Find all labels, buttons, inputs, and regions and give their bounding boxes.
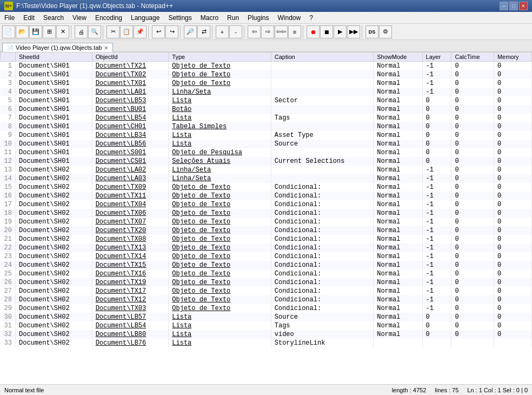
- new-button[interactable]: 📄: [2, 25, 15, 38]
- indent-button[interactable]: ⇨: [261, 25, 274, 38]
- print-preview-button[interactable]: 🔍: [88, 25, 101, 38]
- cell: [494, 339, 531, 347]
- cell: Document\TX13: [92, 243, 169, 252]
- maximize-button[interactable]: □: [509, 2, 518, 10]
- block-unindent-button[interactable]: ≡: [288, 25, 301, 38]
- menu-language[interactable]: Language: [127, 13, 164, 23]
- cell: 0: [451, 321, 494, 330]
- row-number: 18: [1, 209, 16, 218]
- row-number: 21: [1, 235, 16, 243]
- cell: -1: [422, 304, 451, 313]
- cell: 0: [494, 79, 531, 88]
- row-number: 1: [1, 62, 16, 71]
- minimize-button[interactable]: ─: [500, 2, 508, 10]
- zoom-out-button[interactable]: -: [229, 25, 242, 38]
- cell: 0: [422, 313, 451, 321]
- menu-edit[interactable]: Edit: [19, 13, 39, 23]
- menu-file[interactable]: File: [0, 13, 19, 23]
- table-row: 5Document\SH01Document\LB53ListaSectorNo…: [1, 96, 532, 105]
- content-area[interactable]: SheetId ObjectId Type Caption ShowMode L…: [0, 52, 532, 384]
- paste-button[interactable]: 📌: [134, 25, 147, 38]
- cell: Condicional:: [271, 252, 373, 261]
- redo-button[interactable]: ↪: [165, 25, 178, 38]
- cell: Normal: [374, 226, 422, 235]
- play-button[interactable]: ▶: [334, 25, 347, 38]
- open-button[interactable]: 📂: [16, 25, 29, 38]
- menu-plugins[interactable]: Plugins: [243, 13, 273, 23]
- row-number: 32: [1, 330, 16, 339]
- cell: Document\SH02: [16, 321, 92, 330]
- cell: 0: [494, 269, 531, 278]
- cell: -1: [422, 278, 451, 287]
- cell: 0: [451, 218, 494, 226]
- cell: 0: [451, 330, 494, 339]
- row-number: 33: [1, 339, 16, 347]
- close-button[interactable]: ✕: [519, 2, 528, 10]
- file-tab[interactable]: 📄 Video Player (1).qvw.Objects.tab ✕: [2, 43, 113, 52]
- cell: 0: [494, 70, 531, 79]
- menu-help[interactable]: ?: [305, 13, 317, 23]
- copy-button[interactable]: 📋: [120, 25, 133, 38]
- replace-button[interactable]: ⇄: [197, 25, 210, 38]
- cell: Objeto de Texto: [169, 252, 271, 261]
- cell: -1: [422, 209, 451, 218]
- table-row: 6Document\SH01Document\BU01BotãoNormal00…: [1, 105, 532, 114]
- title-bar: N+ F:\Teste\Video Player (1).qvw.Objects…: [0, 0, 532, 12]
- menu-macro[interactable]: Macro: [196, 13, 223, 23]
- record-button[interactable]: ⏺: [307, 25, 320, 38]
- cell: Condicional:: [271, 183, 373, 192]
- cell: Document\SH02: [16, 252, 92, 261]
- row-number: 2: [1, 70, 16, 79]
- undo-button[interactable]: ↩: [152, 25, 165, 38]
- cell: Lista: [169, 131, 271, 140]
- cell: [271, 174, 373, 183]
- play-all-button[interactable]: ▶▶: [347, 25, 360, 38]
- menu-view[interactable]: View: [68, 13, 91, 23]
- table-row: 16Document\SH02Document\TX11Objeto de Te…: [1, 192, 532, 200]
- app-icon: N+: [4, 2, 13, 10]
- cell: Document\TX06: [92, 209, 169, 218]
- tab-close-icon[interactable]: ✕: [104, 45, 108, 51]
- menu-bar: File Edit Search View Encoding Language …: [0, 12, 532, 24]
- table-row: 19Document\SH02Document\TX07Objeto de Te…: [1, 218, 532, 226]
- cell: [271, 105, 373, 114]
- cell: 0: [422, 140, 451, 148]
- sep3: [148, 25, 150, 38]
- close-button2[interactable]: ✕: [56, 25, 69, 38]
- zoom-in-button[interactable]: +: [216, 25, 229, 38]
- cell: Objeto de Texto: [169, 261, 271, 269]
- extra-button[interactable]: ⚙: [379, 25, 392, 38]
- menu-run[interactable]: Run: [223, 13, 243, 23]
- find-button[interactable]: 🔎: [184, 25, 197, 38]
- cell: Document\LB57: [92, 313, 169, 321]
- cell: Normal: [374, 269, 422, 278]
- cell: 0: [494, 114, 531, 122]
- cell: 0: [451, 200, 494, 209]
- cell: Condicional:: [271, 209, 373, 218]
- menu-settings[interactable]: Settings: [164, 13, 196, 23]
- cell: 0: [451, 62, 494, 71]
- table-row: 32Document\SH02Document\LB80ListavideoNo…: [1, 330, 532, 339]
- cell: 0: [451, 287, 494, 295]
- menu-search[interactable]: Search: [39, 13, 68, 23]
- save-button[interactable]: 💾: [29, 25, 42, 38]
- cell: Document\SH01: [16, 140, 92, 148]
- ds-button[interactable]: DS: [365, 25, 378, 38]
- stop-button[interactable]: ⏹: [320, 25, 333, 38]
- print-button[interactable]: 🖨: [75, 25, 88, 38]
- cell: Document\SH01: [16, 96, 92, 105]
- block-indent-button[interactable]: ⇦⇦: [275, 25, 288, 38]
- cut-button[interactable]: ✂: [107, 25, 119, 38]
- cell: 0: [422, 122, 451, 131]
- menu-window[interactable]: Window: [273, 13, 305, 23]
- menu-encoding[interactable]: Encoding: [91, 13, 127, 23]
- cell: Normal: [374, 295, 422, 304]
- cell: Objeto de Texto: [169, 235, 271, 243]
- wordwrap-button[interactable]: ⇦: [248, 25, 261, 38]
- status-lines: lines : 75: [435, 387, 458, 393]
- save-all-button[interactable]: ⊞: [43, 25, 56, 38]
- cell: -1: [422, 252, 451, 261]
- cell: Document\SH02: [16, 166, 92, 174]
- row-number: 8: [1, 122, 16, 131]
- cell: -1: [422, 166, 451, 174]
